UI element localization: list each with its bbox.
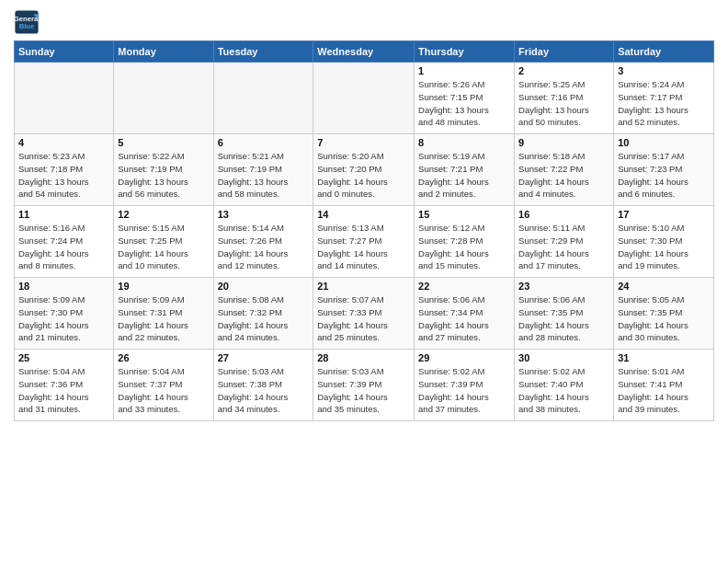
day-info: Sunrise: 5:01 AMSunset: 7:41 PMDaylight:… xyxy=(618,365,710,416)
day-number: 23 xyxy=(518,281,609,292)
day-info: Sunrise: 5:13 AMSunset: 7:27 PMDaylight:… xyxy=(317,222,410,272)
day-cell: 8Sunrise: 5:19 AMSunset: 7:21 PMDaylight… xyxy=(415,134,515,206)
day-cell: 24Sunrise: 5:05 AMSunset: 7:35 PMDayligh… xyxy=(614,278,714,350)
day-cell: 16Sunrise: 5:11 AMSunset: 7:29 PMDayligh… xyxy=(515,206,614,278)
col-header-tuesday: Tuesday xyxy=(213,41,313,63)
logo-icon: General Blue xyxy=(14,9,40,35)
week-row-4: 18Sunrise: 5:09 AMSunset: 7:30 PMDayligh… xyxy=(15,278,714,350)
day-cell: 31Sunrise: 5:01 AMSunset: 7:41 PMDayligh… xyxy=(614,350,714,421)
day-number: 30 xyxy=(518,352,609,363)
day-number: 26 xyxy=(118,352,209,363)
day-number: 2 xyxy=(518,65,609,76)
day-number: 16 xyxy=(518,209,609,220)
day-cell: 30Sunrise: 5:02 AMSunset: 7:40 PMDayligh… xyxy=(515,350,614,421)
col-header-friday: Friday xyxy=(515,41,614,63)
day-number: 28 xyxy=(317,352,410,363)
week-row-2: 4Sunrise: 5:23 AMSunset: 7:18 PMDaylight… xyxy=(15,134,714,206)
day-number: 20 xyxy=(218,281,310,292)
day-info: Sunrise: 5:18 AMSunset: 7:22 PMDaylight:… xyxy=(518,150,609,201)
day-info: Sunrise: 5:03 AMSunset: 7:39 PMDaylight:… xyxy=(317,365,410,416)
day-number: 10 xyxy=(618,137,710,148)
day-cell: 4Sunrise: 5:23 AMSunset: 7:18 PMDaylight… xyxy=(15,134,114,206)
col-header-thursday: Thursday xyxy=(415,41,515,63)
day-info: Sunrise: 5:14 AMSunset: 7:26 PMDaylight:… xyxy=(218,222,310,272)
day-number: 5 xyxy=(118,137,209,148)
day-number: 18 xyxy=(18,281,109,292)
day-cell: 17Sunrise: 5:10 AMSunset: 7:30 PMDayligh… xyxy=(614,206,714,278)
day-info: Sunrise: 5:15 AMSunset: 7:25 PMDaylight:… xyxy=(118,222,209,272)
day-info: Sunrise: 5:17 AMSunset: 7:23 PMDaylight:… xyxy=(618,150,710,201)
day-info: Sunrise: 5:20 AMSunset: 7:20 PMDaylight:… xyxy=(317,150,410,201)
day-number: 11 xyxy=(18,209,109,220)
day-info: Sunrise: 5:24 AMSunset: 7:17 PMDaylight:… xyxy=(618,78,710,129)
day-cell xyxy=(15,63,114,134)
day-cell: 11Sunrise: 5:16 AMSunset: 7:24 PMDayligh… xyxy=(15,206,114,278)
day-number: 27 xyxy=(218,352,310,363)
day-cell: 26Sunrise: 5:04 AMSunset: 7:37 PMDayligh… xyxy=(114,350,213,421)
day-cell: 27Sunrise: 5:03 AMSunset: 7:38 PMDayligh… xyxy=(213,350,313,421)
day-number: 29 xyxy=(418,352,510,363)
col-header-wednesday: Wednesday xyxy=(313,41,415,63)
svg-text:Blue: Blue xyxy=(19,22,35,30)
day-info: Sunrise: 5:04 AMSunset: 7:37 PMDaylight:… xyxy=(118,365,209,416)
day-number: 25 xyxy=(18,352,109,363)
day-number: 1 xyxy=(418,65,510,76)
day-info: Sunrise: 5:10 AMSunset: 7:30 PMDaylight:… xyxy=(618,222,710,272)
logo: General Blue xyxy=(14,9,43,35)
day-cell: 18Sunrise: 5:09 AMSunset: 7:30 PMDayligh… xyxy=(15,278,114,350)
day-number: 21 xyxy=(317,281,410,292)
day-info: Sunrise: 5:09 AMSunset: 7:30 PMDaylight:… xyxy=(18,293,109,344)
day-cell: 7Sunrise: 5:20 AMSunset: 7:20 PMDaylight… xyxy=(313,134,415,206)
day-number: 14 xyxy=(317,209,410,220)
day-info: Sunrise: 5:05 AMSunset: 7:35 PMDaylight:… xyxy=(618,293,710,344)
day-number: 8 xyxy=(418,137,510,148)
day-info: Sunrise: 5:23 AMSunset: 7:18 PMDaylight:… xyxy=(18,150,109,201)
day-info: Sunrise: 5:06 AMSunset: 7:34 PMDaylight:… xyxy=(418,293,510,344)
day-info: Sunrise: 5:12 AMSunset: 7:28 PMDaylight:… xyxy=(418,222,510,272)
day-number: 9 xyxy=(518,137,609,148)
day-number: 13 xyxy=(218,209,310,220)
day-cell: 25Sunrise: 5:04 AMSunset: 7:36 PMDayligh… xyxy=(15,350,114,421)
day-cell: 13Sunrise: 5:14 AMSunset: 7:26 PMDayligh… xyxy=(213,206,313,278)
col-header-saturday: Saturday xyxy=(614,41,714,63)
day-info: Sunrise: 5:04 AMSunset: 7:36 PMDaylight:… xyxy=(18,365,109,416)
day-cell: 21Sunrise: 5:07 AMSunset: 7:33 PMDayligh… xyxy=(313,278,415,350)
day-info: Sunrise: 5:22 AMSunset: 7:19 PMDaylight:… xyxy=(118,150,209,201)
day-cell xyxy=(114,63,213,134)
day-number: 12 xyxy=(118,209,209,220)
day-cell xyxy=(313,63,415,134)
day-cell: 3Sunrise: 5:24 AMSunset: 7:17 PMDaylight… xyxy=(614,63,714,134)
col-header-monday: Monday xyxy=(114,41,213,63)
day-number: 3 xyxy=(618,65,710,76)
day-number: 31 xyxy=(618,352,710,363)
day-number: 4 xyxy=(18,137,109,148)
day-info: Sunrise: 5:16 AMSunset: 7:24 PMDaylight:… xyxy=(18,222,109,272)
day-info: Sunrise: 5:03 AMSunset: 7:38 PMDaylight:… xyxy=(218,365,310,416)
day-info: Sunrise: 5:02 AMSunset: 7:40 PMDaylight:… xyxy=(518,365,609,416)
day-cell: 28Sunrise: 5:03 AMSunset: 7:39 PMDayligh… xyxy=(313,350,415,421)
day-cell: 23Sunrise: 5:06 AMSunset: 7:35 PMDayligh… xyxy=(515,278,614,350)
day-number: 19 xyxy=(118,281,209,292)
day-cell: 10Sunrise: 5:17 AMSunset: 7:23 PMDayligh… xyxy=(614,134,714,206)
day-info: Sunrise: 5:26 AMSunset: 7:15 PMDaylight:… xyxy=(418,78,510,129)
day-number: 7 xyxy=(317,137,410,148)
day-cell: 2Sunrise: 5:25 AMSunset: 7:16 PMDaylight… xyxy=(515,63,614,134)
day-info: Sunrise: 5:02 AMSunset: 7:39 PMDaylight:… xyxy=(418,365,510,416)
day-cell: 14Sunrise: 5:13 AMSunset: 7:27 PMDayligh… xyxy=(313,206,415,278)
day-cell: 5Sunrise: 5:22 AMSunset: 7:19 PMDaylight… xyxy=(114,134,213,206)
day-info: Sunrise: 5:11 AMSunset: 7:29 PMDaylight:… xyxy=(518,222,609,272)
col-header-sunday: Sunday xyxy=(15,41,114,63)
week-row-1: 1Sunrise: 5:26 AMSunset: 7:15 PMDaylight… xyxy=(15,63,714,134)
day-cell: 22Sunrise: 5:06 AMSunset: 7:34 PMDayligh… xyxy=(415,278,515,350)
week-row-5: 25Sunrise: 5:04 AMSunset: 7:36 PMDayligh… xyxy=(15,350,714,421)
day-cell: 15Sunrise: 5:12 AMSunset: 7:28 PMDayligh… xyxy=(415,206,515,278)
day-number: 15 xyxy=(418,209,510,220)
day-info: Sunrise: 5:07 AMSunset: 7:33 PMDaylight:… xyxy=(317,293,410,344)
day-cell: 1Sunrise: 5:26 AMSunset: 7:15 PMDaylight… xyxy=(415,63,515,134)
day-cell xyxy=(213,63,313,134)
day-info: Sunrise: 5:09 AMSunset: 7:31 PMDaylight:… xyxy=(118,293,209,344)
day-info: Sunrise: 5:06 AMSunset: 7:35 PMDaylight:… xyxy=(518,293,609,344)
day-cell: 12Sunrise: 5:15 AMSunset: 7:25 PMDayligh… xyxy=(114,206,213,278)
day-number: 22 xyxy=(418,281,510,292)
day-cell: 6Sunrise: 5:21 AMSunset: 7:19 PMDaylight… xyxy=(213,134,313,206)
